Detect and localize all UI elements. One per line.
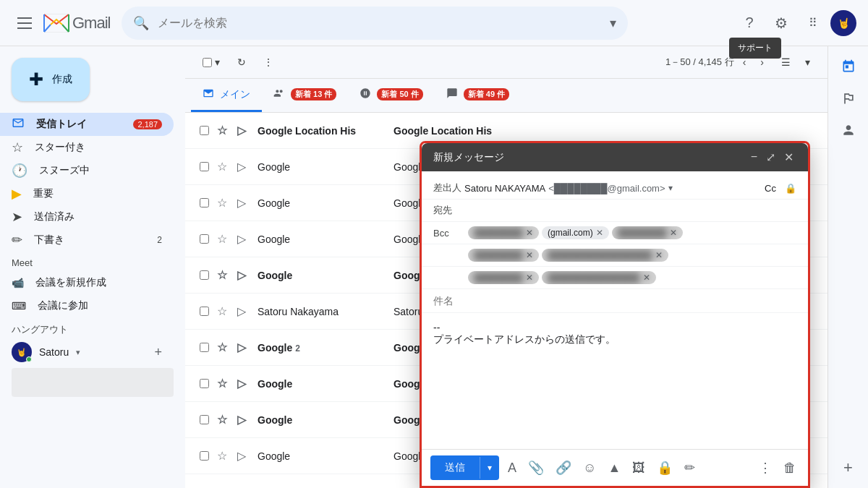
- bcc-chip-7[interactable]: ███████████████ ✕: [542, 271, 656, 284]
- settings-button[interactable]: ⚙: [767, 9, 796, 38]
- sidebar-item-inbox[interactable]: 受信トレイ 2,187: [0, 113, 174, 136]
- emoji-icon[interactable]: ☺: [580, 458, 599, 479]
- search-bar[interactable]: 🔍 ▾: [122, 7, 628, 40]
- tasks-panel-button[interactable]: [834, 84, 863, 113]
- row-checkbox[interactable]: [197, 162, 211, 171]
- chip-remove-7[interactable]: ✕: [643, 273, 650, 283]
- format-text-icon[interactable]: A: [505, 458, 519, 479]
- sender-name: Google: [258, 450, 388, 462]
- expand-button[interactable]: ⤢: [763, 149, 778, 166]
- search-input[interactable]: [158, 17, 610, 30]
- lock-icon[interactable]: 🔒: [654, 457, 676, 479]
- star-icon[interactable]: ☆: [217, 160, 231, 174]
- apps-button[interactable]: ⠿: [799, 9, 827, 38]
- star-icon[interactable]: ☆: [217, 413, 231, 427]
- drive-icon[interactable]: ▲: [605, 458, 624, 479]
- bcc-chip-4[interactable]: ████████ ✕: [468, 249, 539, 262]
- cc-button[interactable]: Cc: [765, 183, 776, 194]
- bcc-chip-1[interactable]: ████████ ✕: [468, 226, 539, 239]
- chip-remove-5[interactable]: ✕: [655, 250, 663, 260]
- star-icon[interactable]: ☆: [217, 268, 231, 282]
- bcc-chip-5[interactable]: █████████████████ ✕: [542, 249, 668, 262]
- sidebar-item-snoozed[interactable]: 🕐 スヌーズ中: [0, 159, 174, 182]
- select-all-button[interactable]: ▾: [197, 52, 226, 72]
- send-more-icon[interactable]: ▾: [480, 457, 499, 479]
- tag-icon: ▷: [237, 413, 252, 427]
- row-checkbox[interactable]: [197, 415, 211, 424]
- hangout-dropdown-icon: ▾: [76, 348, 80, 357]
- compose-header-icons: − ⤢ ✕: [748, 149, 796, 166]
- subject-input[interactable]: [422, 289, 808, 313]
- chip-remove-1[interactable]: ✕: [526, 228, 533, 238]
- meet-new-meeting[interactable]: 📹 会議を新規作成: [0, 271, 174, 294]
- row-checkbox[interactable]: [197, 198, 211, 207]
- compose-header[interactable]: 新規メッセージ − ⤢ ✕: [422, 143, 808, 171]
- main-tab-icon: [203, 87, 214, 101]
- sender-dropdown-icon[interactable]: ▾: [668, 183, 673, 193]
- row-checkbox[interactable]: [197, 379, 211, 388]
- compose-editor[interactable]: --プライベートアドレスからの送信です。: [422, 313, 808, 443]
- tab-social[interactable]: 新着 13 件: [262, 79, 348, 112]
- send-button[interactable]: 送信 ▾: [430, 455, 499, 480]
- bcc-chip-3[interactable]: ████████ ✕: [612, 226, 683, 239]
- star-icon[interactable]: ☆: [217, 232, 231, 246]
- minimize-button[interactable]: −: [748, 149, 760, 166]
- compose-bcc-field[interactable]: Bcc ████████ ✕ (gmail.com) ✕ ████████ ✕: [422, 222, 808, 244]
- row-checkbox[interactable]: [197, 307, 211, 316]
- row-checkbox[interactable]: [197, 126, 211, 135]
- tab-promotions[interactable]: 新着 50 件: [348, 79, 434, 112]
- star-icon[interactable]: ☆: [217, 377, 231, 390]
- tab-main[interactable]: メイン: [191, 79, 262, 112]
- chip-remove-3[interactable]: ✕: [670, 228, 677, 238]
- more-compose-options-icon[interactable]: ⋮: [756, 457, 775, 479]
- chip-remove-2[interactable]: ✕: [596, 228, 603, 238]
- close-compose-button[interactable]: ✕: [781, 149, 796, 166]
- signature-icon[interactable]: ✏: [681, 457, 698, 479]
- compose-bcc-field-3[interactable]: ████████ ✕ ███████████████ ✕: [422, 267, 808, 289]
- view-more-icon: ▾: [805, 56, 810, 68]
- calendar-panel-button[interactable]: [834, 52, 863, 81]
- view-more-button[interactable]: ▾: [799, 52, 816, 72]
- star-icon[interactable]: ☆: [217, 304, 231, 318]
- add-panel-button[interactable]: +: [834, 453, 863, 482]
- compose-button[interactable]: ✚ 作成: [12, 58, 90, 101]
- star-icon[interactable]: ☆: [217, 124, 231, 137]
- row-checkbox[interactable]: [197, 451, 211, 461]
- compose-bcc-field-2[interactable]: ████████ ✕ █████████████████ ✕: [422, 244, 808, 267]
- bcc-chip-6[interactable]: ████████ ✕: [468, 271, 539, 284]
- select-all-checkbox[interactable]: [203, 58, 212, 67]
- meet-join-meeting[interactable]: ⌨ 会議に参加: [0, 294, 174, 317]
- star-icon[interactable]: ☆: [217, 449, 231, 463]
- sidebar-item-drafts[interactable]: ✏ 下書き 2: [0, 228, 174, 252]
- refresh-button[interactable]: ↻: [231, 52, 252, 72]
- sender-name: Google: [258, 378, 388, 390]
- delete-compose-icon[interactable]: 🗑: [780, 458, 799, 479]
- chip-remove-6[interactable]: ✕: [526, 273, 533, 283]
- updates-badge: 新着 49 件: [464, 88, 509, 100]
- avatar[interactable]: 🤘: [830, 10, 856, 36]
- send-label[interactable]: 送信: [430, 455, 480, 480]
- hamburger-button[interactable]: [12, 12, 38, 35]
- sidebar-item-starred[interactable]: ☆ スター付き: [0, 136, 174, 159]
- sidebar-item-sent[interactable]: ➤ 送信済み: [0, 205, 174, 228]
- row-checkbox[interactable]: [197, 234, 211, 244]
- sidebar-item-important[interactable]: ▶ 重要: [0, 182, 174, 205]
- more-actions-button[interactable]: ⋮: [258, 52, 279, 72]
- select-dropdown-icon[interactable]: ▾: [215, 56, 220, 68]
- tab-updates[interactable]: 新着 49 件: [435, 79, 521, 112]
- hangout-user-item[interactable]: 🤘 Satoru ▾ +: [0, 339, 174, 365]
- bcc-chip-2[interactable]: (gmail.com) ✕: [542, 226, 609, 239]
- row-checkbox[interactable]: [197, 343, 211, 352]
- star-icon[interactable]: ☆: [217, 341, 231, 354]
- link-icon[interactable]: 🔗: [553, 457, 574, 479]
- search-dropdown-icon[interactable]: ▾: [610, 15, 616, 31]
- photo-icon[interactable]: 🖼: [629, 458, 648, 479]
- add-person-icon[interactable]: +: [154, 345, 162, 360]
- help-button[interactable]: ?: [735, 9, 764, 38]
- chip-remove-4[interactable]: ✕: [526, 250, 533, 260]
- attach-icon[interactable]: 📎: [525, 457, 547, 479]
- row-checkbox[interactable]: [197, 270, 211, 280]
- compose-to-field[interactable]: 宛先: [422, 200, 808, 222]
- star-icon[interactable]: ☆: [217, 196, 231, 210]
- contacts-panel-button[interactable]: [834, 116, 863, 145]
